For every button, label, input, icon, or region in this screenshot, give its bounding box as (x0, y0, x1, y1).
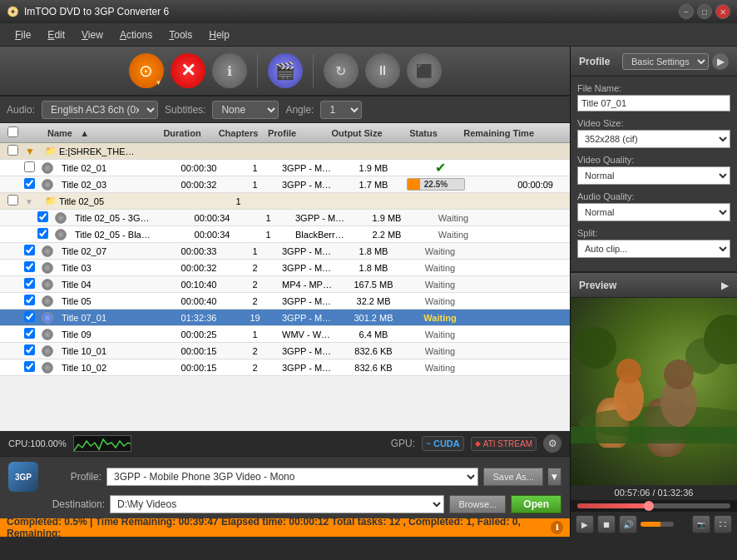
menu-help[interactable]: Help (200, 26, 238, 44)
menu-file[interactable]: File (7, 26, 39, 44)
open-button[interactable]: Open (511, 495, 561, 513)
row-profile: 3GPP - M… (282, 363, 331, 373)
table-row: Title 02_05 - Bla… 00:00:34 1 BlackBerr…… (0, 226, 570, 243)
maximize-button[interactable]: □ (697, 4, 712, 19)
row-duration: 00:00:34 (195, 213, 230, 223)
seekbar-thumb[interactable] (644, 501, 654, 511)
save-as-button[interactable]: Save As... (483, 468, 543, 486)
loop-button[interactable]: ↻ (324, 53, 359, 88)
col-remaining-header: Remaining Time (461, 128, 537, 138)
app-icon: 📀 (7, 6, 19, 17)
minimize-button[interactable]: − (679, 4, 694, 19)
row-checkbox[interactable] (37, 211, 48, 222)
preview-expand-button[interactable]: ▶ (721, 280, 729, 291)
window-controls: − □ ✕ (679, 4, 730, 19)
row-checkbox[interactable] (24, 361, 35, 372)
row-outsize: 301.2 MB (354, 313, 393, 323)
convert-button[interactable]: 🎬 (268, 53, 303, 88)
open-source-button[interactable]: ⊙ ▼ (129, 53, 164, 88)
menu-actions[interactable]: Actions (111, 26, 161, 44)
bottom-controls: 3GP Profile: 3GPP - Mobile Phone 3GP Vid… (0, 456, 570, 518)
row-checkbox[interactable] (7, 145, 18, 156)
table-row[interactable]: Title 07_01 01:32:36 19 3GPP - M… 301.2 … (0, 310, 570, 326)
row-chapters: 2 (252, 363, 257, 373)
menu-tools[interactable]: Tools (161, 26, 200, 44)
row-checkbox[interactable] (24, 261, 35, 272)
title-bar: 📀 ImTOO DVD to 3GP Converter 6 − □ ✕ (0, 0, 737, 23)
profile-select[interactable]: 3GPP - Mobile Phone 3GP Video - Mono (106, 468, 478, 486)
stop-button[interactable]: ✕ (171, 53, 205, 88)
row-checkbox[interactable] (24, 344, 35, 355)
split-select[interactable]: Auto clip... (577, 240, 730, 258)
split-label: Split: (577, 228, 730, 238)
fullscreen-button[interactable]: ⛶ (714, 515, 732, 533)
volume-slider[interactable] (641, 522, 674, 527)
audio-select[interactable]: English AC3 6ch (0x… (42, 101, 158, 119)
row-chapters: 2 (252, 296, 257, 306)
table-row: Title 02_01 00:00:30 1 3GPP - M… 1.9 MB … (0, 160, 570, 176)
info-button[interactable]: ℹ (212, 53, 247, 88)
progress-circle (42, 345, 53, 357)
play-button[interactable]: ▶ (576, 515, 594, 533)
folder-icon: 📁 (45, 146, 57, 156)
file-list-container[interactable]: Name ▲ Duration Chapters Profile Output … (0, 123, 570, 431)
save-as-dropdown-button[interactable]: ▼ (548, 468, 561, 486)
video-size-select[interactable]: 352x288 (cif) (577, 130, 730, 148)
folder-open-icon: ▼ (25, 146, 35, 157)
row-checkbox[interactable] (24, 311, 35, 322)
cpu-settings-button[interactable]: ⚙ (543, 434, 561, 453)
subtitles-select[interactable]: None (212, 101, 279, 119)
profile-expand-button[interactable]: ▶ (712, 53, 729, 70)
video-quality-select[interactable]: Normal (577, 166, 730, 185)
status-info-icon[interactable]: ℹ (551, 521, 563, 534)
row-profile: MP4 - MP… (282, 280, 332, 290)
row-duration: 00:00:15 (181, 346, 217, 356)
row-checkbox[interactable] (24, 245, 35, 255)
preview-seekbar[interactable] (571, 500, 737, 512)
destination-label: Destination: (47, 498, 105, 510)
menu-edit[interactable]: Edit (39, 26, 73, 44)
col-profile-header: Profile (265, 128, 299, 138)
angle-select[interactable]: 1 (320, 101, 362, 119)
file-name-input[interactable] (577, 95, 730, 112)
stop2-button[interactable]: ⬛ (407, 53, 442, 88)
menu-view[interactable]: View (73, 26, 111, 44)
screenshot-button[interactable]: 📷 (692, 515, 710, 533)
ati-label: ATI STREAM (483, 439, 532, 448)
close-button[interactable]: ✕ (715, 4, 730, 19)
row-checkbox[interactable] (24, 328, 35, 339)
row-filename: E:[SHREK_THE… (59, 146, 134, 156)
row-checkbox[interactable] (7, 195, 18, 206)
svg-point-1 (575, 327, 616, 369)
row-checkbox[interactable] (24, 295, 35, 305)
stop-preview-button[interactable]: ⏹ (597, 515, 616, 533)
status-bar: Completed: 0.5% | Time Remaining: 00:39:… (0, 518, 570, 537)
row-chapters: 1 (265, 230, 270, 240)
menu-bar: File Edit View Actions Tools Help (0, 23, 737, 47)
row-checkbox[interactable] (24, 278, 35, 289)
basic-settings-dropdown[interactable]: Basic Settings (622, 53, 709, 70)
table-row: Title 02_05 - 3G… 00:00:34 1 3GPP - M… 1… (0, 210, 570, 226)
audio-quality-select[interactable]: Normal (577, 203, 730, 221)
pause-button[interactable]: ⏸ (365, 53, 400, 88)
select-all-checkbox[interactable] (7, 126, 18, 137)
row-status: Waiting (423, 313, 456, 323)
row-checkbox[interactable] (24, 178, 35, 189)
row-checkbox[interactable] (37, 228, 48, 239)
video-quality-row: Video Quality: Normal (577, 155, 730, 185)
toolbar-divider (257, 54, 258, 87)
table-row: Title 04 00:10:40 2 MP4 - MP… 167.5 MB W… (0, 276, 570, 293)
seekbar-track[interactable] (577, 503, 730, 508)
row-outsize: 832.6 KB (354, 346, 392, 356)
row-outsize: 1.8 MB (359, 263, 388, 273)
destination-select[interactable]: D:\My Videos (110, 495, 444, 513)
right-panel: Profile Basic Settings ▶ File Name: Vide… (571, 47, 737, 537)
browse-button[interactable]: Browse... (449, 495, 506, 513)
progress-circle (55, 212, 67, 224)
row-remaining: 00:00:09 (517, 180, 553, 190)
options-bar: Audio: English AC3 6ch (0x… Subtitles: N… (0, 97, 570, 123)
row-checkbox[interactable] (24, 161, 35, 172)
toolbar-divider-2 (313, 54, 314, 87)
volume-button[interactable]: 🔊 (619, 515, 637, 533)
svg-rect-8 (571, 427, 737, 444)
